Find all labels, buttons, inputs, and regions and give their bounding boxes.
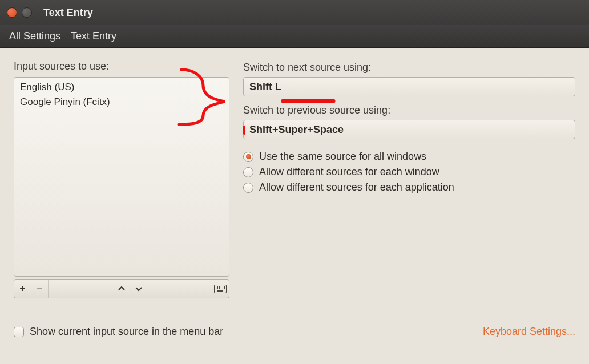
input-sources-toolbar: + − <box>14 279 229 298</box>
radio-icon <box>243 183 253 193</box>
switch-next-label: Switch to next source using: <box>243 62 575 74</box>
switch-next-value: Shift L <box>249 81 281 93</box>
breadcrumb: All Settings Text Entry <box>0 25 589 48</box>
bottom-row: Show current input source in the menu ba… <box>14 326 575 338</box>
radio-label: Use the same source for all windows <box>259 151 426 163</box>
right-column: Switch to next source using: Shift L Swi… <box>243 60 575 298</box>
move-down-button[interactable] <box>130 280 147 298</box>
left-column: Input sources to use: English (US) Googl… <box>14 60 229 298</box>
switch-prev-value: Shift+Super+Space <box>249 124 344 136</box>
switch-prev-label: Switch to previous source using: <box>243 104 575 116</box>
radio-label: Allow different sources for each applica… <box>259 181 454 193</box>
checkbox-label: Show current input source in the menu ba… <box>30 326 223 338</box>
close-icon[interactable] <box>7 7 17 18</box>
radio-icon <box>243 167 253 177</box>
checkbox-icon <box>14 327 24 337</box>
titlebar: Text Entry <box>0 0 589 25</box>
breadcrumb-all-settings[interactable]: All Settings <box>9 30 60 42</box>
source-scope-radiogroup: Use the same source for all windows Allo… <box>243 151 575 193</box>
minimize-icon[interactable] <box>22 7 32 18</box>
window-title: Text Entry <box>43 7 93 19</box>
radio-each-application[interactable]: Allow different sources for each applica… <box>243 181 575 193</box>
radio-same-source[interactable]: Use the same source for all windows <box>243 151 575 163</box>
input-sources-list[interactable]: English (US) Google Pinyin (Fcitx) <box>14 77 229 277</box>
input-sources-label: Input sources to use: <box>14 60 229 72</box>
radio-each-window[interactable]: Allow different sources for each window <box>243 166 575 178</box>
radio-label: Allow different sources for each window <box>259 166 439 178</box>
move-up-button[interactable] <box>113 280 130 298</box>
keyboard-layout-button[interactable] <box>212 280 229 298</box>
list-item[interactable]: English (US) <box>18 80 225 95</box>
add-button[interactable]: + <box>14 280 31 298</box>
radio-icon <box>243 152 253 162</box>
toolbar-spacer <box>147 280 212 298</box>
keyboard-icon <box>214 285 227 293</box>
remove-button[interactable]: − <box>31 280 49 298</box>
list-item[interactable]: Google Pinyin (Fcitx) <box>18 95 225 110</box>
switch-next-input[interactable]: Shift L <box>243 77 575 96</box>
content: Input sources to use: English (US) Googl… <box>0 48 589 305</box>
toolbar-spacer <box>49 280 113 298</box>
show-in-menubar-checkbox[interactable]: Show current input source in the menu ba… <box>14 326 223 338</box>
keyboard-settings-link[interactable]: Keyboard Settings... <box>483 326 575 338</box>
breadcrumb-current: Text Entry <box>71 30 116 42</box>
switch-prev-input[interactable]: Shift+Super+Space <box>243 120 575 139</box>
